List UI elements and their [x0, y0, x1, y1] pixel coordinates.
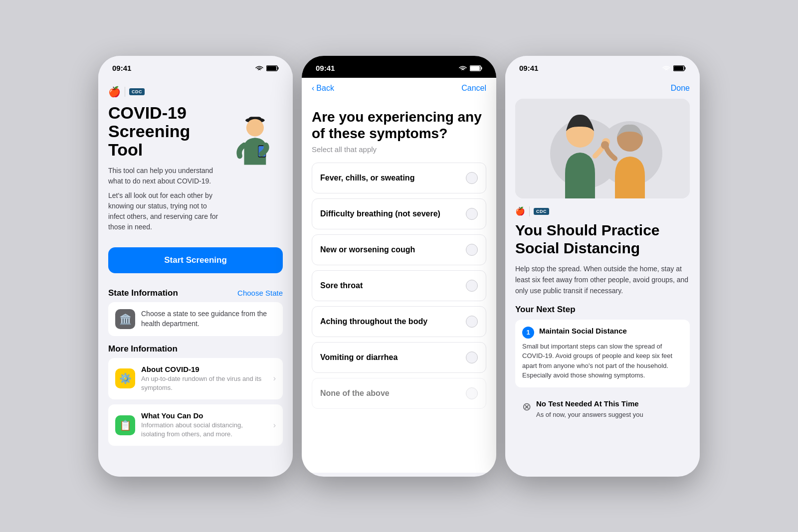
more-info-header: More Information — [108, 344, 283, 354]
wifi-icon-2 — [459, 65, 467, 71]
status-icons-1 — [255, 65, 279, 71]
step-1-title: Maintain Social Distance — [539, 327, 627, 335]
logo-bar-1: 🍎 CDC — [108, 78, 283, 104]
phones-container: 09:41 🍎 CDC COVID-19Screening Tool This … — [98, 56, 700, 477]
result-desc: Help stop the spread. When outside the h… — [515, 263, 690, 297]
cdc-badge-3: CDC — [534, 208, 549, 215]
symptom-breathing[interactable]: Difficulty breathing (not severe) — [312, 198, 486, 229]
status-bar-2: 09:41 — [302, 56, 496, 78]
phone3-content: 🍎 CDC You Should Practice Social Distanc… — [505, 99, 700, 473]
step-1-card: 1 Maintain Social Distance Small but imp… — [515, 320, 690, 387]
state-info-title: State Information — [108, 288, 178, 298]
symptoms-subtitle: Select all that apply — [312, 145, 486, 154]
what-you-can-do-title: What You Can Do — [141, 411, 267, 420]
svg-point-5 — [246, 119, 264, 136]
phone2-content: Are you experiencing any of these sympto… — [302, 99, 496, 473]
svg-point-20 — [601, 141, 609, 149]
phone3-nav: Done — [505, 78, 700, 99]
symptom-breathing-radio[interactable] — [466, 208, 478, 220]
back-button[interactable]: ‹ Back — [312, 84, 334, 93]
svg-rect-12 — [685, 67, 686, 69]
status-icons-2 — [459, 65, 482, 71]
apple-logo-1: 🍎 — [108, 86, 121, 98]
start-screening-button[interactable]: Start Screening — [108, 247, 283, 273]
hero-text: COVID-19Screening Tool This tool can hel… — [108, 104, 223, 236]
hero-title: COVID-19Screening Tool — [108, 104, 223, 160]
symptom-aching[interactable]: Aching throughout the body — [312, 306, 486, 337]
symptom-aching-radio[interactable] — [466, 316, 478, 328]
battery-icon-2 — [470, 65, 482, 71]
state-icon: 🏛️ — [115, 309, 135, 329]
step-1-number: 1 — [522, 327, 534, 339]
cancel-button[interactable]: Cancel — [461, 84, 486, 93]
symptom-vomiting[interactable]: Vomiting or diarrhea — [312, 342, 486, 373]
symptom-vomiting-radio[interactable] — [466, 352, 478, 363]
symptom-vomiting-label: Vomiting or diarrhea — [320, 353, 398, 362]
symptom-fever-radio[interactable] — [466, 172, 478, 184]
symptom-none-label: None of the above — [320, 389, 390, 398]
wifi-icon — [255, 65, 263, 71]
person-illustration-1 — [223, 104, 283, 174]
step-1-header: 1 Maintain Social Distance — [522, 327, 683, 339]
about-covid-chevron: › — [273, 374, 276, 383]
phone-3: 09:41 Done — [505, 56, 700, 477]
what-you-can-do-desc: Information about social distancing, iso… — [141, 421, 267, 439]
what-you-can-do-icon: 📋 — [115, 415, 135, 435]
hero-section: COVID-19Screening Tool This tool can hel… — [108, 104, 283, 236]
divider-1 — [125, 87, 125, 97]
no-test-card: ⊗ No Test Needed At This Time As of now,… — [515, 392, 690, 427]
phone-2: 09:41 ‹ Back Cancel Are you experiencing… — [302, 56, 496, 477]
step-1-desc: Small but important steps can slow the s… — [522, 342, 683, 380]
hero-desc-1: This tool can help you understand what t… — [108, 166, 223, 186]
state-card: 🏛️ Choose a state to see guidance from t… — [108, 302, 283, 336]
about-covid-icon: ⚙️ — [115, 368, 135, 388]
svg-rect-9 — [481, 67, 482, 69]
no-test-desc: As of now, your answers suggest you — [536, 410, 643, 420]
divider-3 — [529, 206, 530, 216]
status-bar-3: 09:41 — [505, 56, 700, 78]
svg-rect-10 — [470, 66, 480, 70]
symptom-none[interactable]: None of the above — [312, 378, 486, 409]
cdc-badge-1: CDC — [129, 88, 145, 95]
time-3: 09:41 — [519, 64, 538, 72]
phone1-content: 🍎 CDC COVID-19Screening Tool This tool c… — [98, 78, 293, 477]
apple-logo-3: 🍎 — [515, 206, 525, 216]
hero-desc-2: Let's all look out for each other by kno… — [108, 190, 223, 232]
svg-rect-2 — [267, 66, 276, 70]
battery-icon-3 — [673, 65, 686, 71]
what-you-can-do-item[interactable]: 📋 What You Can Do Information about soci… — [108, 404, 283, 446]
about-covid-content: About COVID-19 An up-to-date rundown of … — [141, 365, 267, 392]
battery-icon — [266, 65, 279, 71]
symptom-cough-label: New or worsening cough — [320, 245, 415, 254]
what-you-can-do-content: What You Can Do Information about social… — [141, 411, 267, 439]
about-covid-desc: An up-to-date rundown of the virus and i… — [141, 374, 267, 392]
status-bar-1: 09:41 — [98, 56, 293, 78]
about-covid-title: About COVID-19 — [141, 365, 267, 373]
result-title: You Should Practice Social Distancing — [515, 221, 690, 257]
more-info-title: More Information — [108, 344, 178, 354]
symptom-fever-label: Fever, chills, or sweating — [320, 174, 414, 182]
result-hero-illustration — [515, 99, 690, 198]
phone-1: 09:41 🍎 CDC COVID-19Screening Tool This … — [98, 56, 293, 477]
no-test-content: No Test Needed At This Time As of now, y… — [536, 399, 643, 420]
symptom-aching-label: Aching throughout the body — [320, 317, 427, 326]
done-button[interactable]: Done — [671, 84, 690, 93]
symptom-sore-throat-radio[interactable] — [466, 280, 478, 292]
choose-state-link[interactable]: Choose State — [237, 289, 283, 297]
symptom-sore-throat[interactable]: Sore throat — [312, 270, 486, 301]
phone2-nav: ‹ Back Cancel — [302, 78, 496, 99]
state-text: Choose a state to see guidance from the … — [141, 309, 276, 329]
symptom-fever[interactable]: Fever, chills, or sweating — [312, 163, 486, 193]
symptom-sore-throat-label: Sore throat — [320, 281, 363, 290]
svg-rect-13 — [674, 66, 683, 70]
symptom-cough-radio[interactable] — [466, 244, 478, 256]
no-test-icon: ⊗ — [522, 400, 531, 413]
symptom-cough[interactable]: New or worsening cough — [312, 234, 486, 265]
about-covid-item[interactable]: ⚙️ About COVID-19 An up-to-date rundown … — [108, 358, 283, 399]
symptom-none-radio[interactable] — [466, 387, 478, 399]
symptoms-title: Are you experiencing any of these sympto… — [312, 109, 486, 142]
svg-rect-1 — [278, 67, 279, 69]
time-1: 09:41 — [112, 64, 131, 72]
what-you-can-do-chevron: › — [273, 421, 276, 430]
time-2: 09:41 — [316, 64, 335, 72]
